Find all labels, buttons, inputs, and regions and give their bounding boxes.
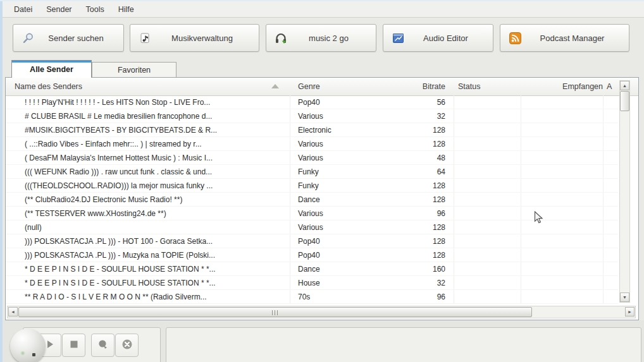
station-name: ((( WEFUNK Radio ))) . raw uncut funk . … — [25, 165, 290, 179]
horizontal-scroll-thumb[interactable] — [18, 307, 532, 317]
station-genre: Various — [298, 151, 355, 165]
table-row[interactable]: ** R A D I O - S I L V E R M O O N ** (R… — [6, 290, 618, 304]
stop-icon — [69, 339, 79, 352]
menu-tools[interactable]: Tools — [86, 5, 104, 14]
knob-glint — [20, 351, 25, 356]
column-header-bitrate[interactable]: Bitrate — [360, 78, 445, 95]
station-bitrate: 128 — [360, 234, 445, 248]
column-header-a[interactable]: A — [607, 78, 612, 95]
column-header-empfangen[interactable]: Empfangen — [531, 78, 603, 95]
cancel-icon — [121, 339, 133, 353]
station-genre: 70s — [298, 290, 355, 304]
menu-hilfe[interactable]: Hilfe — [118, 5, 134, 14]
scroll-up-button[interactable]: ▲ — [620, 81, 629, 90]
play-icon — [45, 339, 55, 352]
table-row[interactable]: * D E E P I N S I D E - SOULFUL HOUSE ST… — [6, 262, 618, 276]
station-list: ! ! ! ! Play'N'Hit ! ! ! ! ! - Les HITS … — [6, 95, 618, 304]
station-name: ( DesaFM Malaysia's Internet Hottest Mus… — [25, 151, 290, 165]
vertical-scroll-thumb[interactable] — [620, 91, 629, 111]
station-genre: Funky — [298, 165, 355, 179]
station-genre: Various — [298, 109, 355, 123]
table-row[interactable]: ( ..::Radio Vibes - Einfach mehr::.. ) |… — [6, 137, 618, 151]
scroll-left-button[interactable]: ◄ — [8, 307, 18, 317]
cancel-button[interactable] — [115, 334, 139, 357]
station-bitrate: 128 — [360, 220, 445, 234]
podcast-manager-label: Podcast Manager — [522, 33, 622, 43]
station-name: ! ! ! ! Play'N'Hit ! ! ! ! ! - Les HITS … — [25, 95, 290, 109]
stop-button[interactable] — [62, 334, 85, 357]
scroll-right-button[interactable]: ► — [625, 307, 635, 317]
column-header-genre[interactable]: Genre — [298, 78, 320, 95]
podcast-manager-button[interactable]: Podcast Manager — [500, 24, 629, 52]
table-row[interactable]: (null) Various 128 — [6, 220, 618, 234]
sender-suchen-label: Sender suchen — [35, 33, 117, 43]
table-row[interactable]: (((THEOLDSCHOOL.RADIO))) la mejor musica… — [6, 179, 618, 193]
column-header-status[interactable]: Status — [458, 78, 480, 95]
horizontal-scrollbar[interactable]: ◄ ► — [7, 306, 636, 318]
tab-alle-sender[interactable]: Alle Sender — [11, 60, 92, 78]
table-row[interactable]: ! ! ! ! Play'N'Hit ! ! ! ! ! - Les HITS … — [6, 95, 618, 109]
station-name: ** R A D I O - S I L V E R M O O N ** (R… — [25, 290, 290, 304]
station-genre: Dance — [298, 193, 355, 207]
station-name: # CLUBE BRASIL # Le media bresilien fran… — [25, 109, 290, 123]
audio-editor-label: Audio Editor — [405, 33, 486, 43]
headphones-icon — [274, 32, 288, 44]
station-genre: Various — [298, 137, 355, 151]
station-bitrate: 128 — [360, 248, 445, 262]
table-row[interactable]: (** TESTSERVER www.XHosting24.de **) Var… — [6, 207, 618, 220]
menu-sender[interactable]: Sender — [46, 5, 71, 14]
station-bitrate: 32 — [360, 276, 445, 290]
station-bitrate: 48 — [360, 151, 445, 165]
station-genre: Pop40 — [298, 248, 355, 262]
scroll-thumb-grip — [272, 310, 278, 315]
record-button[interactable] — [91, 334, 115, 357]
station-genre: Pop40 — [298, 95, 355, 109]
tab-favoriten-label: Favoriten — [118, 66, 151, 75]
table-row[interactable]: # CLUBE BRASIL # Le media bresilien fran… — [6, 109, 618, 123]
menu-datei[interactable]: Datei — [14, 5, 32, 14]
station-name: ))) POLSKASTACJA .PL ))) - HOT 100 - Gor… — [25, 234, 290, 248]
station-name: ))) POLSKASTACJA .PL ))) - Muzyka na TOP… — [25, 248, 290, 262]
station-genre: Dance — [298, 262, 355, 276]
station-name: * D E E P I N S I D E - SOULFUL HOUSE ST… — [25, 276, 290, 290]
radio-app-window: Datei Sender Tools Hilfe Sender suchen M… — [0, 0, 644, 362]
station-bitrate: 128 — [360, 193, 445, 207]
station-name: (null) — [25, 220, 290, 234]
audio-editor-button[interactable]: Audio Editor — [383, 24, 493, 52]
station-bitrate: 96 — [360, 207, 445, 220]
knob-indicator-dot — [32, 353, 35, 356]
table-row[interactable]: * D E E P I N S I D E - SOULFUL HOUSE ST… — [6, 276, 618, 290]
station-table-panel: Name des Senders Genre Bitrate Status Em… — [5, 77, 639, 320]
music-2-go-label: music 2 go — [288, 33, 369, 43]
table-row[interactable]: #MUSIK.BIGCITYBEATS - BY BIGCITYBEATS.DE… — [6, 123, 618, 137]
sender-suchen-button[interactable]: Sender suchen — [13, 24, 124, 52]
audio-editor-icon — [391, 32, 405, 44]
table-row[interactable]: ((( WEFUNK Radio ))) . raw uncut funk . … — [6, 165, 618, 179]
scroll-down-button[interactable]: ▼ — [620, 293, 629, 302]
station-genre: Electronic — [298, 123, 355, 137]
search-icon — [21, 32, 35, 44]
station-name: #MUSIK.BIGCITYBEATS - BY BIGCITYBEATS.DE… — [25, 123, 290, 137]
station-genre: Various — [298, 220, 355, 234]
tab-favoriten[interactable]: Favoriten — [92, 62, 176, 77]
station-bitrate: 56 — [360, 95, 445, 109]
table-row[interactable]: ))) POLSKASTACJA .PL ))) - Muzyka na TOP… — [6, 248, 618, 262]
table-row[interactable]: ( DesaFM Malaysia's Internet Hottest Mus… — [6, 151, 618, 165]
station-name: * D E E P I N S I D E - SOULFUL HOUSE ST… — [25, 262, 290, 276]
station-bitrate: 64 — [360, 165, 445, 179]
station-name: (** TESTSERVER www.XHosting24.de **) — [25, 207, 290, 220]
table-row[interactable]: ))) POLSKASTACJA .PL ))) - HOT 100 - Gor… — [6, 234, 618, 248]
vertical-scrollbar[interactable]: ▲ ▼ — [619, 80, 630, 303]
record-icon — [97, 339, 109, 353]
table-header: Name des Senders Genre Bitrate Status Em… — [6, 78, 638, 96]
column-header-name[interactable]: Name des Senders — [15, 78, 82, 95]
table-row[interactable]: (** ClubRadio24.DJ Electronic Music Radi… — [6, 193, 618, 207]
music-2-go-button[interactable]: music 2 go — [266, 24, 376, 52]
volume-knob[interactable] — [10, 329, 46, 362]
window-left-edge — [0, 0, 3, 362]
station-bitrate: 32 — [360, 109, 445, 123]
station-bitrate: 128 — [360, 137, 445, 151]
tab-alle-sender-label: Alle Sender — [30, 65, 73, 74]
musikverwaltung-button[interactable]: Musikverwaltung — [130, 24, 259, 52]
station-genre: Various — [298, 207, 355, 220]
